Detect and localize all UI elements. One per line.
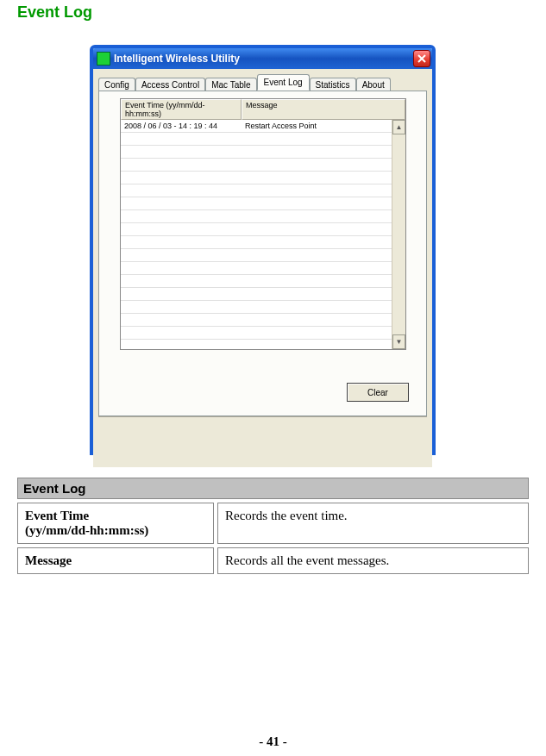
tab-about[interactable]: About bbox=[356, 78, 391, 91]
log-body: 2008 / 06 / 03 - 14 : 19 : 44 Restart Ac… bbox=[121, 120, 405, 349]
desc-label: Event Time (yy/mm/dd-hh:mm:ss) bbox=[17, 503, 214, 544]
tab-statistics[interactable]: Statistics bbox=[310, 78, 356, 91]
dialog-window: Intelligent Wireless Utility Config Acce… bbox=[90, 45, 436, 455]
cell-time: 2008 / 06 / 03 - 14 : 19 : 44 bbox=[121, 120, 242, 132]
column-header-message[interactable]: Message bbox=[242, 99, 405, 120]
close-icon bbox=[417, 54, 426, 63]
table-row[interactable]: 2008 / 06 / 03 - 14 : 19 : 44 Restart Ac… bbox=[121, 120, 405, 133]
desc-value: Records the event time. bbox=[217, 503, 529, 544]
tab-config[interactable]: Config bbox=[98, 78, 135, 91]
page-title: Event Log bbox=[17, 3, 546, 22]
tab-strip: Config Access Control Mac Table Event Lo… bbox=[98, 74, 427, 91]
tab-event-log[interactable]: Event Log bbox=[257, 74, 310, 91]
titlebar[interactable]: Intelligent Wireless Utility bbox=[93, 48, 432, 69]
log-header-row: Event Time (yy/mm/dd- hh:mm:ss) Message bbox=[121, 99, 405, 120]
desc-header: Event Log bbox=[17, 478, 529, 499]
log-table: Event Time (yy/mm/dd- hh:mm:ss) Message … bbox=[120, 98, 406, 350]
desc-row: Message Records all the event messages. bbox=[17, 547, 529, 574]
desc-label: Message bbox=[17, 547, 214, 574]
close-button[interactable] bbox=[413, 50, 430, 67]
vertical-scrollbar[interactable]: ▲ ▼ bbox=[392, 120, 405, 349]
scroll-down-button[interactable]: ▼ bbox=[392, 334, 405, 349]
clear-button[interactable]: Clear bbox=[347, 383, 409, 402]
window-title: Intelligent Wireless Utility bbox=[114, 53, 413, 65]
tab-mac-table[interactable]: Mac Table bbox=[205, 78, 256, 91]
scroll-up-button[interactable]: ▲ bbox=[392, 120, 405, 134]
desc-row: Event Time (yy/mm/dd-hh:mm:ss) Records t… bbox=[17, 503, 529, 544]
column-header-time[interactable]: Event Time (yy/mm/dd- hh:mm:ss) bbox=[121, 99, 242, 120]
tab-access-control[interactable]: Access Control bbox=[135, 78, 205, 91]
desc-value: Records all the event messages. bbox=[217, 547, 529, 574]
description-table: Event Log Event Time (yy/mm/dd-hh:mm:ss)… bbox=[14, 474, 532, 578]
chevron-down-icon: ▼ bbox=[396, 338, 403, 346]
chevron-up-icon: ▲ bbox=[396, 123, 403, 131]
page-number: - 41 - bbox=[0, 734, 546, 749]
app-icon bbox=[97, 52, 110, 66]
cell-message: Restart Access Point bbox=[242, 120, 405, 132]
tab-panel-event-log: Event Time (yy/mm/dd- hh:mm:ss) Message … bbox=[98, 91, 427, 416]
dialog-lower-space bbox=[93, 419, 432, 467]
